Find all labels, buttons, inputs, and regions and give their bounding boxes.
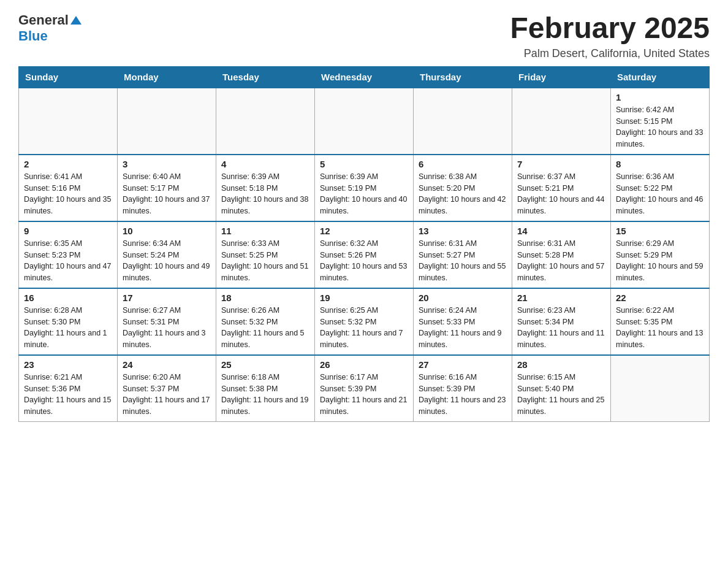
logo: General Blue: [18, 12, 82, 44]
table-row: 23Sunrise: 6:21 AMSunset: 5:36 PMDayligh…: [19, 355, 118, 422]
day-number: 14: [517, 226, 605, 236]
table-row: [118, 88, 216, 155]
table-row: 21Sunrise: 6:23 AMSunset: 5:34 PMDayligh…: [512, 288, 611, 355]
calendar-week-row: 16Sunrise: 6:28 AMSunset: 5:30 PMDayligh…: [19, 288, 710, 355]
table-row: 10Sunrise: 6:34 AMSunset: 5:24 PMDayligh…: [118, 221, 216, 288]
day-number: 6: [419, 159, 507, 169]
svg-marker-0: [70, 16, 82, 25]
table-row: 3Sunrise: 6:40 AMSunset: 5:17 PMDaylight…: [118, 155, 216, 221]
title-section: February 2025 Palm Desert, California, U…: [510, 12, 710, 60]
day-info: Sunrise: 6:28 AMSunset: 5:30 PMDaylight:…: [24, 305, 112, 351]
day-number: 20: [419, 293, 507, 303]
day-info: Sunrise: 6:40 AMSunset: 5:17 PMDaylight:…: [123, 171, 211, 217]
day-number: 2: [24, 159, 112, 169]
day-number: 19: [320, 293, 408, 303]
day-info: Sunrise: 6:32 AMSunset: 5:26 PMDaylight:…: [320, 238, 408, 284]
col-wednesday: Wednesday: [315, 66, 414, 88]
table-row: 2Sunrise: 6:41 AMSunset: 5:16 PMDaylight…: [19, 155, 118, 221]
logo-general-text: General: [18, 12, 69, 28]
col-thursday: Thursday: [414, 66, 512, 88]
table-row: 27Sunrise: 6:16 AMSunset: 5:39 PMDayligh…: [414, 355, 512, 422]
day-info: Sunrise: 6:18 AMSunset: 5:38 PMDaylight:…: [221, 372, 309, 418]
location-text: Palm Desert, California, United States: [510, 47, 710, 60]
table-row: [315, 88, 414, 155]
day-number: 4: [221, 159, 309, 169]
table-row: 4Sunrise: 6:39 AMSunset: 5:18 PMDaylight…: [216, 155, 315, 221]
month-title: February 2025: [510, 12, 710, 45]
col-monday: Monday: [118, 66, 216, 88]
day-number: 9: [24, 226, 112, 236]
day-number: 8: [616, 159, 704, 169]
day-number: 27: [419, 359, 507, 370]
table-row: [611, 355, 710, 422]
table-row: 26Sunrise: 6:17 AMSunset: 5:39 PMDayligh…: [315, 355, 414, 422]
table-row: [216, 88, 315, 155]
day-info: Sunrise: 6:33 AMSunset: 5:25 PMDaylight:…: [221, 238, 309, 284]
calendar-week-row: 1Sunrise: 6:42 AMSunset: 5:15 PMDaylight…: [19, 88, 710, 155]
table-row: 19Sunrise: 6:25 AMSunset: 5:32 PMDayligh…: [315, 288, 414, 355]
day-number: 7: [517, 159, 605, 169]
table-row: [512, 88, 611, 155]
table-row: [414, 88, 512, 155]
calendar-body: 1Sunrise: 6:42 AMSunset: 5:15 PMDaylight…: [19, 88, 710, 422]
day-number: 10: [123, 226, 211, 236]
table-row: 12Sunrise: 6:32 AMSunset: 5:26 PMDayligh…: [315, 221, 414, 288]
day-info: Sunrise: 6:20 AMSunset: 5:37 PMDaylight:…: [123, 372, 211, 418]
day-info: Sunrise: 6:26 AMSunset: 5:32 PMDaylight:…: [221, 305, 309, 351]
day-info: Sunrise: 6:29 AMSunset: 5:29 PMDaylight:…: [616, 238, 704, 284]
table-row: 9Sunrise: 6:35 AMSunset: 5:23 PMDaylight…: [19, 221, 118, 288]
day-number: 3: [123, 159, 211, 169]
day-number: 5: [320, 159, 408, 169]
day-number: 18: [221, 293, 309, 303]
day-number: 25: [221, 359, 309, 370]
table-row: 11Sunrise: 6:33 AMSunset: 5:25 PMDayligh…: [216, 221, 315, 288]
logo-blue-text: Blue: [18, 28, 48, 44]
day-number: 17: [123, 293, 211, 303]
table-row: 7Sunrise: 6:37 AMSunset: 5:21 PMDaylight…: [512, 155, 611, 221]
day-info: Sunrise: 6:27 AMSunset: 5:31 PMDaylight:…: [123, 305, 211, 351]
day-info: Sunrise: 6:41 AMSunset: 5:16 PMDaylight:…: [24, 171, 112, 217]
table-row: 18Sunrise: 6:26 AMSunset: 5:32 PMDayligh…: [216, 288, 315, 355]
day-info: Sunrise: 6:24 AMSunset: 5:33 PMDaylight:…: [419, 305, 507, 351]
day-number: 1: [616, 92, 704, 102]
table-row: 24Sunrise: 6:20 AMSunset: 5:37 PMDayligh…: [118, 355, 216, 422]
day-info: Sunrise: 6:23 AMSunset: 5:34 PMDaylight:…: [517, 305, 605, 351]
table-row: [19, 88, 118, 155]
calendar-table: Sunday Monday Tuesday Wednesday Thursday…: [18, 66, 710, 422]
day-number: 24: [123, 359, 211, 370]
calendar-week-row: 2Sunrise: 6:41 AMSunset: 5:16 PMDaylight…: [19, 155, 710, 221]
table-row: 28Sunrise: 6:15 AMSunset: 5:40 PMDayligh…: [512, 355, 611, 422]
table-row: 8Sunrise: 6:36 AMSunset: 5:22 PMDaylight…: [611, 155, 710, 221]
table-row: 20Sunrise: 6:24 AMSunset: 5:33 PMDayligh…: [414, 288, 512, 355]
day-info: Sunrise: 6:38 AMSunset: 5:20 PMDaylight:…: [419, 171, 507, 217]
day-number: 22: [616, 293, 704, 303]
day-number: 28: [517, 359, 605, 370]
table-row: 22Sunrise: 6:22 AMSunset: 5:35 PMDayligh…: [611, 288, 710, 355]
col-friday: Friday: [512, 66, 611, 88]
day-number: 12: [320, 226, 408, 236]
calendar-week-row: 9Sunrise: 6:35 AMSunset: 5:23 PMDaylight…: [19, 221, 710, 288]
day-info: Sunrise: 6:42 AMSunset: 5:15 PMDaylight:…: [616, 104, 704, 150]
page-header: General Blue February 2025 Palm Desert, …: [18, 12, 710, 60]
day-info: Sunrise: 6:39 AMSunset: 5:19 PMDaylight:…: [320, 171, 408, 217]
day-number: 11: [221, 226, 309, 236]
table-row: 14Sunrise: 6:31 AMSunset: 5:28 PMDayligh…: [512, 221, 611, 288]
day-number: 26: [320, 359, 408, 370]
day-info: Sunrise: 6:22 AMSunset: 5:35 PMDaylight:…: [616, 305, 704, 351]
day-info: Sunrise: 6:25 AMSunset: 5:32 PMDaylight:…: [320, 305, 408, 351]
day-number: 16: [24, 293, 112, 303]
table-row: 6Sunrise: 6:38 AMSunset: 5:20 PMDaylight…: [414, 155, 512, 221]
calendar-week-row: 23Sunrise: 6:21 AMSunset: 5:36 PMDayligh…: [19, 355, 710, 422]
day-info: Sunrise: 6:34 AMSunset: 5:24 PMDaylight:…: [123, 238, 211, 284]
day-info: Sunrise: 6:35 AMSunset: 5:23 PMDaylight:…: [24, 238, 112, 284]
day-info: Sunrise: 6:39 AMSunset: 5:18 PMDaylight:…: [221, 171, 309, 217]
col-tuesday: Tuesday: [216, 66, 315, 88]
day-info: Sunrise: 6:17 AMSunset: 5:39 PMDaylight:…: [320, 372, 408, 418]
day-info: Sunrise: 6:31 AMSunset: 5:27 PMDaylight:…: [419, 238, 507, 284]
table-row: 13Sunrise: 6:31 AMSunset: 5:27 PMDayligh…: [414, 221, 512, 288]
col-saturday: Saturday: [611, 66, 710, 88]
day-info: Sunrise: 6:37 AMSunset: 5:21 PMDaylight:…: [517, 171, 605, 217]
calendar-header-row: Sunday Monday Tuesday Wednesday Thursday…: [19, 66, 710, 88]
day-info: Sunrise: 6:15 AMSunset: 5:40 PMDaylight:…: [517, 372, 605, 418]
table-row: 5Sunrise: 6:39 AMSunset: 5:19 PMDaylight…: [315, 155, 414, 221]
